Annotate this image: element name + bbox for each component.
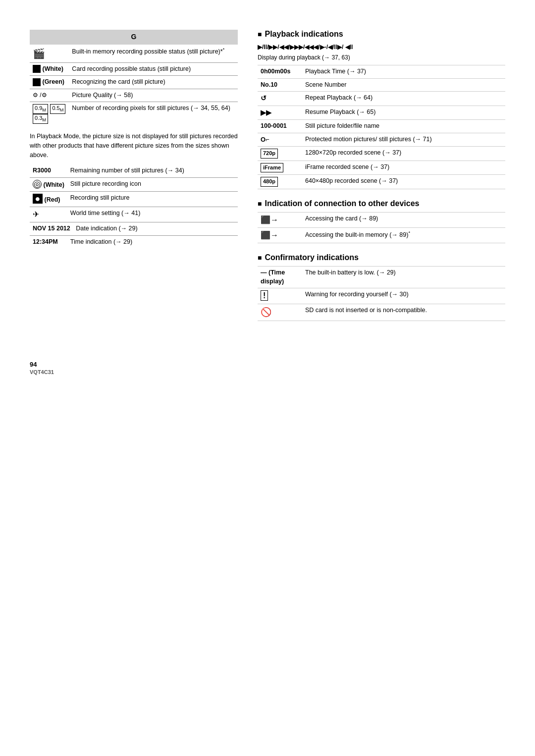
scene-no-label: No.10 (258, 78, 302, 92)
table-row: ↺ Repeat Playback (→ 64) (258, 92, 505, 106)
desc-cell: World time setting (→ 41) (67, 207, 238, 222)
red-label: (Red) (44, 196, 60, 203)
table-row: iFrame iFrame recorded scene (→ 37) (258, 161, 505, 174)
scene-no-desc-text: Scene Number (305, 81, 346, 88)
playback-table: 0h00m00s Playback Time (→ 37) No.10 Scen… (258, 65, 505, 189)
white-label: (White) (42, 65, 63, 72)
date-cell: NOV 15 2012 Date indication (→ 29) (30, 222, 238, 236)
resume-desc: Resume Playback (→ 65) (302, 106, 505, 120)
circle-white-icon: ◎ (33, 180, 42, 189)
symbols-text: ▶/II/▶▶/◀◀/▶▶▶/◀◀◀/▶-/◀/II▶/ ◀II (258, 44, 353, 51)
repeat-icon: ↺ (261, 94, 267, 102)
720p-desc: 1280×720p recorded scene (→ 37) (302, 147, 505, 161)
memory-icon: 🎬 (33, 48, 45, 59)
table-row: ⬛→ Accessing the card (→ 89) (258, 212, 505, 227)
protected-desc: Protected motion pictures/ still picture… (302, 133, 505, 147)
header-icon-cell: G (30, 30, 238, 45)
table-row: 0h00m00s Playback Time (→ 37) (258, 65, 505, 79)
table-row: 100-0001 Still picture folder/file name (258, 120, 505, 133)
table-row: ⚙ /⚙ Picture Quality (→ 58) (30, 89, 238, 102)
para-span: In Playback Mode, the picture size is no… (30, 133, 238, 159)
time-display-desc: The built-in battery is low. (→ 29) (302, 267, 505, 288)
table-row: 12:34PM Time indication (→ 29) (30, 235, 238, 248)
page-number: 94 (30, 361, 37, 368)
left-column: G 🎬 Built-in memory recording possible s… (30, 30, 238, 254)
timecode-desc: Playback Time (→ 37) (302, 65, 505, 79)
white-label-2: (White) (43, 181, 64, 188)
playback-section-title: Playback indications (258, 30, 505, 39)
connection-table: ⬛→ Accessing the card (→ 89) ⬛→ Accessin… (258, 212, 505, 244)
white-square-icon (33, 65, 41, 73)
sdcard-desc-text: SD card is not inserted or is non-compat… (305, 307, 427, 314)
icon-cell: R3000 (30, 164, 67, 177)
desc-text: Built-in memory recording possible statu… (72, 48, 222, 55)
table-row: ◎ (White) Still picture recording icon (30, 177, 238, 192)
desc-cell: Recognizing the card (still picture) (69, 76, 238, 89)
memory-access-text: Accessing the built-in memory (→ 89)* (305, 231, 410, 238)
key-icon: O⌐ (261, 136, 269, 143)
iframe-desc-text: iFrame recorded scene (→ 37) (305, 163, 389, 170)
playback-section: Playback indications ▶/II/▶▶/◀◀/▶▶▶/◀◀◀/… (258, 30, 505, 189)
card-access-label: ⬛→ (258, 212, 302, 227)
warning-icon: ! (261, 290, 268, 301)
scene-no-desc: Scene Number (302, 78, 505, 92)
model-code: VQT4C31 (30, 369, 505, 375)
card-access-icon: ⬛→ (261, 216, 278, 224)
left-indicator-table: G 🎬 Built-in memory recording possible s… (30, 30, 238, 126)
pixel-05-icon: 0.5M (50, 104, 65, 114)
desc-cell: Remaining number of still pictures (→ 34… (67, 164, 238, 177)
circle-white-desc: Still picture recording icon (70, 180, 141, 187)
connection-title-text: Indication of connection to other device… (265, 199, 419, 208)
confirmatory-section: Confirmatory indications — (Timedisplay)… (258, 253, 505, 321)
desc-cell: Card recording possible status (still pi… (69, 62, 238, 76)
sdcard-icon: 🚫 (261, 307, 271, 317)
icon-cell: 12:34PM (30, 235, 67, 248)
right-column: Playback indications ▶/II/▶▶/◀◀/▶▶▶/◀◀◀/… (258, 30, 505, 331)
480p-desc-text: 640×480p recorded scene (→ 37) (305, 177, 398, 184)
table-row: O⌐ Protected motion pictures/ still pict… (258, 133, 505, 147)
480p-desc: 640×480p recorded scene (→ 37) (302, 175, 505, 189)
folder-label: 100-0001 (258, 120, 302, 133)
table-row: No.10 Scene Number (258, 78, 505, 92)
time-display-text: — (Timedisplay) (261, 269, 285, 285)
table-row: ▶▶ Resume Playback (→ 65) (258, 106, 505, 120)
circle-red-desc: Recording still picture (70, 194, 130, 201)
desc-cell: Recording still picture (67, 192, 238, 207)
table-row: R3000 Remaining number of still pictures… (30, 164, 238, 177)
playback-symbols: ▶/II/▶▶/◀◀/▶▶▶/◀◀◀/▶-/◀/II▶/ ◀II (258, 43, 505, 52)
iframe-label: iFrame (258, 161, 302, 174)
repeat-label: ↺ (258, 92, 302, 106)
repeat-desc: Repeat Playback (→ 64) (302, 92, 505, 106)
time-display-label: — (Timedisplay) (258, 267, 302, 288)
480p-label: 480p (258, 175, 302, 189)
timecode-label: 0h00m00s (258, 65, 302, 79)
icon-cell: 🎬 (30, 45, 69, 63)
desc-cell: Picture Quality (→ 58) (69, 89, 238, 102)
white-desc: Card recording possible status (still pi… (72, 65, 191, 72)
table-row: 🎬 Built-in memory recording possible sta… (30, 45, 238, 63)
green-square-icon (33, 78, 41, 86)
quality-icons: ⚙ /⚙ (33, 92, 47, 99)
icon-cell: ⚙ /⚙ (30, 89, 69, 102)
time-display-desc-text: The built-in battery is low. (→ 29) (305, 269, 396, 276)
protected-label: O⌐ (258, 133, 302, 147)
sub-text: Display during playback (→ 37, 63) (258, 54, 350, 61)
time-desc: Time indication (→ 29) (70, 238, 132, 245)
memory-access-icon: ⬛→ (261, 231, 278, 239)
connection-section: Indication of connection to other device… (258, 199, 505, 244)
card-access-desc: Accessing the card (→ 89) (302, 212, 505, 227)
connection-section-title: Indication of connection to other device… (258, 199, 505, 208)
sdcard-desc: SD card is not inserted or is non-compat… (302, 304, 505, 321)
g-icon: G (131, 33, 137, 41)
table-row: ✈ World time setting (→ 41) (30, 207, 238, 222)
pixels-desc: Number of recording pixels for still pic… (72, 105, 230, 111)
folder-desc: Still picture folder/file name (302, 120, 505, 133)
720p-label: 720p (258, 147, 302, 161)
icon-cell: ✈ (30, 207, 67, 222)
confirmatory-table: — (Timedisplay) The built-in battery is … (258, 266, 505, 321)
superscript: * (223, 47, 225, 52)
confirmatory-title-text: Confirmatory indications (265, 253, 358, 262)
desc-cell: Time indication (→ 29) (67, 235, 238, 248)
table-row: NOV 15 2012 Date indication (→ 29) (30, 222, 238, 236)
desc-cell: Still picture recording icon (67, 177, 238, 192)
